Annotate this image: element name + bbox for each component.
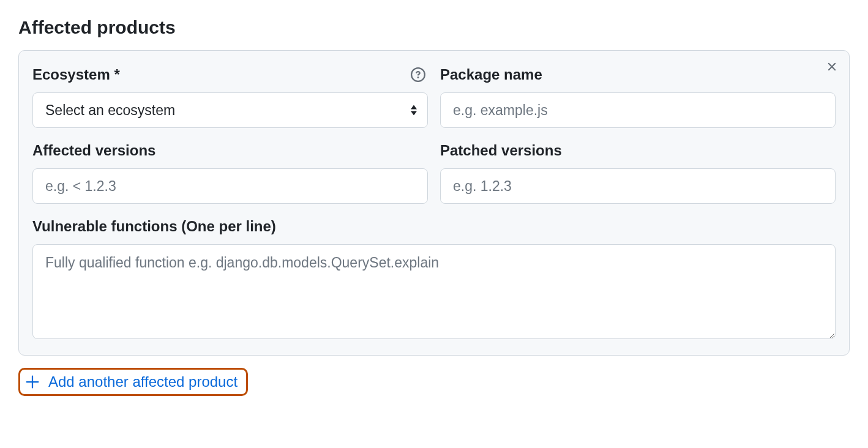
select-caret-icon [410,105,417,116]
ecosystem-select[interactable]: Select an ecosystem [32,92,428,128]
info-icon[interactable] [411,67,425,82]
package-name-input[interactable] [440,92,836,128]
add-another-product-button[interactable]: Add another affected product [18,368,248,396]
plus-icon [25,375,40,389]
ecosystem-select-value: Select an ecosystem [45,102,175,119]
remove-product-button[interactable] [823,59,840,77]
section-title: Affected products [18,17,850,38]
ecosystem-label: Ecosystem * [32,66,120,83]
vulnerable-functions-textarea[interactable] [32,244,836,339]
add-another-product-label: Add another affected product [48,373,238,390]
package-name-label: Package name [440,66,542,83]
patched-versions-input[interactable] [440,168,836,204]
affected-versions-input[interactable] [32,168,428,204]
close-icon [825,60,839,76]
vulnerable-functions-label: Vulnerable functions (One per line) [32,218,276,235]
patched-versions-label: Patched versions [440,142,562,159]
affected-versions-label: Affected versions [32,142,155,159]
affected-product-card: Ecosystem * Select an ecosystem Package … [18,50,850,356]
